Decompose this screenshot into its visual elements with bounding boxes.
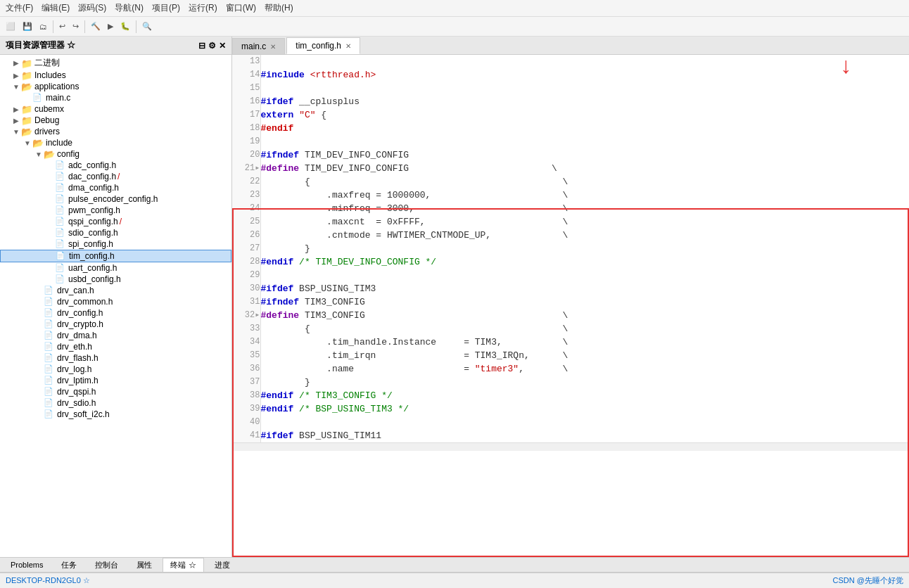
sidebar-item-binary[interactable]: ▶ 📁 二进制 [0,56,231,70]
menu-nav[interactable]: 导航(N) [115,2,144,14]
code-line-31: #ifndef TIM3_CONFIG [260,295,909,309]
sidebar-item-drv-dma[interactable]: 📄 drv_dma.h [0,330,231,341]
bottom-tab-progress[interactable]: 进度 [207,558,238,573]
file-icon-uart: 📄 [55,263,66,273]
sidebar-item-drv-log[interactable]: 📄 drv_log.h [0,364,231,375]
toolbar-redo[interactable]: ↪ [70,20,82,32]
bottom-tab-console[interactable]: 控制台 [87,558,126,573]
plain-33: { \ [261,324,568,334]
menu-source[interactable]: 源码(S) [78,2,106,14]
sidebar-item-qspi-config[interactable]: 📄 qspi_config.h / [0,216,231,227]
sidebar-icon-collapse[interactable]: ⊟ [198,41,205,51]
sidebar-item-drv-qspi[interactable]: 📄 drv_qspi.h [0,386,231,397]
horizontal-scrollbar[interactable] [232,442,909,451]
file-icon-drv-common: 📄 [44,297,55,307]
sidebar-icon-settings[interactable]: ⚙ [208,41,216,51]
bottom-tab-props[interactable]: 属性 [129,558,160,573]
sidebar-item-tim-config[interactable]: 📄 tim_config.h [0,250,231,262]
toolbar-debug[interactable]: 🐛 [117,20,133,32]
table-row: 19 [232,135,909,148]
toolbar-save[interactable]: 💾 [20,20,35,32]
sidebar-item-config[interactable]: ▼ 📂 config [0,148,231,160]
menu-help[interactable]: 帮助(H) [265,2,293,14]
code-table: 13 14 #include <rtthread.h> 15 [232,55,909,442]
bottom-tab-tasks[interactable]: 任务 [53,558,84,573]
line-num-13: 13 [232,55,260,68]
sidebar-item-pwm-config[interactable]: 📄 pwm_config.h [0,205,231,216]
toolbar-new[interactable]: ⬜ [3,20,18,32]
table-row: 24 .minfreq = 3000, \ [232,202,909,215]
sidebar-header: 项目资源管理器 ☆ ⊟ ⚙ ✕ [0,37,231,55]
menu-file[interactable]: 文件(F) [6,2,33,14]
arrow-include: ▼ [23,139,32,147]
sidebar-item-drv-config[interactable]: 📄 drv_config.h [0,307,231,319]
sidebar-item-adc-config[interactable]: 📄 adc_config.h [0,160,231,171]
toolbar-sep-1 [53,20,53,33]
code-line-39: #endif /* BSP_USING_TIM3 */ [260,402,909,416]
table-row: 20 #ifndef TIM_DEV_INFO_CONFIG [232,148,909,162]
bottom-tab-problems[interactable]: Problems [3,558,51,571]
toolbar-build[interactable]: 🔨 [88,20,103,32]
sidebar-item-cubemx[interactable]: ▶ 📁 cubemx [0,103,231,115]
sidebar-item-drv-soft-i2c[interactable]: 📄 drv_soft_i2c.h [0,409,231,420]
table-row: 33 { \ [232,322,909,335]
sidebar-label-includes: Includes [34,70,66,80]
code-editor[interactable]: ↓ 13 14 #include <rtthread.h> [232,55,909,557]
sidebar-item-drv-sdio[interactable]: 📄 drv_sdio.h [0,397,231,409]
sidebar-item-usbd-config[interactable]: 📄 usbd_config.h [0,274,231,285]
tab-mainc-close[interactable]: ✕ [270,43,276,51]
plain-17a [293,110,299,120]
tab-timconfig-close[interactable]: ✕ [345,42,351,50]
toolbar-save-all[interactable]: 🗂 [37,21,50,32]
menu-window[interactable]: 窗口(W) [226,2,256,14]
menu-project[interactable]: 项目(P) [152,2,180,14]
menu-run[interactable]: 运行(R) [189,2,217,14]
kw-ifndef-20: #ifndef [261,150,300,160]
sidebar-icon-close[interactable]: ✕ [219,41,226,51]
toolbar-undo[interactable]: ↩ [56,20,68,32]
sidebar-item-drv-crypto[interactable]: 📄 drv_crypto.h [0,319,231,330]
sidebar-item-dac-config[interactable]: 📄 dac_config.h / [0,171,231,182]
sidebar-item-debug[interactable]: ▶ 📁 Debug [0,115,231,126]
status-desktop[interactable]: DESKTOP-RDN2GL0 ☆ [6,576,90,585]
sidebar: 项目资源管理器 ☆ ⊟ ⚙ ✕ ▶ 📁 二进制 ▶ 📁 Includes [0,37,232,557]
kw-include: #include [261,70,305,80]
line-num-31: 31 [232,295,260,309]
plain-30: BSP_USING_TIM3 [293,283,376,294]
toolbar-search[interactable]: 🔍 [139,20,155,32]
tab-mainc[interactable]: main.c ✕ [232,38,285,54]
file-icon-usbd: 📄 [55,274,66,284]
toolbar-run[interactable]: ▶ [105,20,116,32]
sidebar-item-dma-config[interactable]: 📄 dma_config.h [0,182,231,193]
sidebar-item-mainc[interactable]: 📄 main.c [0,92,231,103]
sidebar-item-drv-flash[interactable]: 📄 drv_flash.h [0,352,231,364]
plain-24: .minfreq = 3000, \ [261,203,568,214]
plain-21: TIM_DEV_INFO_CONFIG \ [299,163,557,174]
line-num-33: 33 [232,322,260,335]
sidebar-item-sdio-config[interactable]: 📄 sdio_config.h [0,227,231,238]
sidebar-item-drv-common[interactable]: 📄 drv_common.h [0,296,231,307]
sidebar-item-drv-lptim[interactable]: 📄 drv_lptim.h [0,375,231,386]
sidebar-item-uart-config[interactable]: 📄 uart_config.h [0,262,231,274]
menu-edit[interactable]: 编辑(E) [42,2,70,14]
sidebar-item-includes[interactable]: ▶ 📁 Includes [0,70,231,81]
bottom-tab-terminal[interactable]: 终端 ☆ [163,558,203,573]
sidebar-item-pulse-encoder[interactable]: 📄 pulse_encoder_config.h [0,193,231,205]
sidebar-item-drv-eth[interactable]: 📄 drv_eth.h [0,341,231,352]
folder-icon-cubemx: 📁 [21,104,32,114]
sidebar-item-spi-config[interactable]: 📄 spi_config.h [0,238,231,250]
file-icon-drv-config: 📄 [44,308,55,318]
sidebar-item-include[interactable]: ▼ 📂 include [0,137,231,148]
tab-timconfig-label: tim_config.h [295,41,341,51]
tab-timconfig[interactable]: tim_config.h ✕ [286,37,360,54]
file-icon-qspi: 📄 [55,217,66,226]
plain-16: __cplusplus [293,96,360,107]
sidebar-label-drv-dma: drv_dma.h [57,331,97,340]
sidebar-item-drivers[interactable]: ▼ 📂 drivers [0,126,231,137]
file-icon-tim: 📄 [56,251,67,261]
sidebar-item-drv-can[interactable]: 📄 drv_can.h [0,285,231,296]
sidebar-item-applications[interactable]: ▼ 📂 applications [0,81,231,92]
cm-38: /* TIM3_CONFIG */ [293,390,392,401]
menu-bar: 文件(F) 编辑(E) 源码(S) 导航(N) 项目(P) 运行(R) 窗口(W… [0,0,909,17]
sidebar-label-drv-flash: drv_flash.h [57,353,98,363]
